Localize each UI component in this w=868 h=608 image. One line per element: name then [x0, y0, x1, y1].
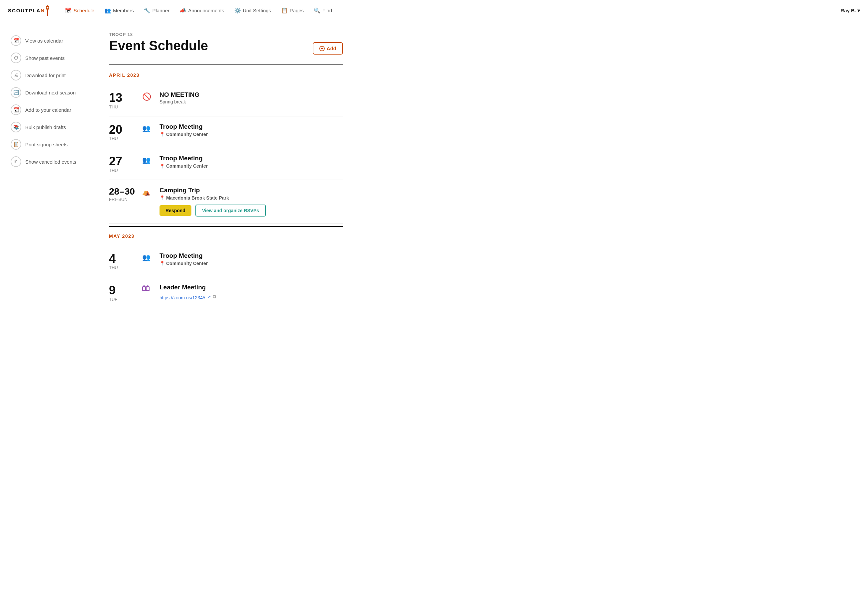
bulk-publish-icon: 📚 [11, 122, 21, 132]
sidebar-label-add-calendar: Add to your calendar [25, 107, 71, 113]
external-link-icon: ↗ [208, 294, 211, 299]
event-info-col[interactable]: Camping Trip 📍 Macedonia Brook State Par… [160, 187, 343, 216]
event-icon-col [142, 284, 153, 294]
event-date-may-9: 9 TUE [109, 284, 136, 302]
event-title: Troop Meeting [160, 123, 343, 131]
nav-planner[interactable]: 🔧 Planner [140, 5, 174, 16]
nav-pages[interactable]: 📋 Pages [277, 5, 308, 16]
schedule-icon: 📅 [65, 7, 71, 14]
event-actions: Respond View and organize RSVPs [160, 205, 343, 216]
event-icon-col: 🚫 [142, 91, 153, 101]
sidebar-item-download-next[interactable]: 🔄 Download next season [11, 84, 93, 101]
section-divider [109, 226, 343, 227]
page-title: Event Schedule [109, 38, 208, 53]
event-title: Troop Meeting [160, 155, 343, 162]
view-calendar-icon: 📅 [11, 35, 21, 46]
svg-rect-9 [147, 286, 148, 287]
planner-icon: 🔧 [144, 7, 150, 14]
event-day-num: 9 [109, 284, 136, 297]
event-day-name: THU [109, 265, 136, 270]
copy-link-icon[interactable]: ⧉ [213, 294, 216, 300]
sidebar-label-view-calendar: View as calendar [25, 38, 63, 44]
nav-user-name: Ray B. [840, 8, 856, 13]
members-icon: 👥 [104, 7, 111, 14]
event-day-num: 28–30 [109, 187, 136, 197]
sidebar-item-download-print[interactable]: 🖨 Download for print [11, 67, 93, 84]
location-pin-icon: 📍 [160, 261, 165, 266]
event-apr-13: 13 THU 🚫 NO MEETING Spring break [109, 84, 343, 117]
event-day-num: 4 [109, 252, 136, 266]
sidebar-item-view-calendar[interactable]: 📅 View as calendar [11, 32, 93, 49]
event-may-4: 4 THU 👥 Troop Meeting 📍 Community Center [109, 246, 343, 277]
sidebar-label-show-cancelled: Show cancelled events [25, 159, 76, 165]
event-title: Camping Trip [160, 187, 343, 194]
add-plus-icon [319, 46, 325, 51]
find-icon: 🔍 [314, 7, 320, 14]
event-location-text: Community Center [166, 261, 208, 266]
sidebar-item-show-past[interactable]: ⏱ Show past events [11, 49, 93, 67]
sidebar-item-show-cancelled[interactable]: 🗓 Show cancelled events [11, 153, 93, 170]
section-may-2023: MAY 2023 4 THU 👥 Troop Meeting 📍 Communi… [109, 226, 343, 309]
show-past-icon: ⏱ [11, 53, 21, 63]
add-button-label: Add [327, 45, 336, 51]
nav-find-label: Find [322, 8, 332, 13]
event-location-text: Macedonia Brook State Park [166, 195, 229, 201]
respond-button[interactable]: Respond [160, 205, 191, 216]
event-title: NO MEETING [160, 91, 343, 98]
user-chevron-icon: ▾ [857, 8, 860, 14]
download-print-icon: 🖨 [11, 70, 21, 81]
nav-schedule[interactable]: 📅 Schedule [61, 5, 98, 16]
nav-members-label: Members [113, 8, 134, 13]
logo-highlight: N [41, 8, 45, 13]
event-may-9: 9 TUE Leader Meeting [109, 277, 343, 309]
event-info-col[interactable]: Leader Meeting https://zoom.us/12345 ↗ ⧉ [160, 284, 343, 300]
event-icon-col: ⛺ [142, 187, 153, 196]
event-day-name: TUE [109, 297, 136, 302]
nav-unit-settings[interactable]: ⚙️ Unit Settings [230, 5, 275, 16]
zoom-link[interactable]: https://zoom.us/12345 [160, 295, 205, 300]
event-subtitle: Spring break [160, 99, 343, 104]
sidebar: 📅 View as calendar ⏱ Show past events 🖨 … [0, 21, 93, 608]
nav-members[interactable]: 👥 Members [100, 5, 138, 16]
svg-rect-6 [143, 287, 146, 291]
cancelled-icon: 🚫 [142, 92, 151, 101]
nav-pages-label: Pages [290, 8, 304, 13]
sidebar-label-bulk-publish: Bulk publish drafts [25, 124, 66, 130]
section-april-2023: APRIL 2023 13 THU 🚫 NO MEETING Spring br… [109, 73, 343, 224]
nav-find[interactable]: 🔍 Find [310, 5, 336, 16]
download-next-icon: 🔄 [11, 87, 21, 98]
event-location: 📍 Community Center [160, 163, 343, 169]
nav-announcements[interactable]: 📣 Announcements [175, 5, 228, 16]
sidebar-item-bulk-publish[interactable]: 📚 Bulk publish drafts [11, 118, 93, 136]
event-info-col[interactable]: Troop Meeting 📍 Community Center [160, 252, 343, 266]
event-day-num: 13 [109, 91, 136, 104]
leader-meeting-icon [142, 285, 150, 292]
event-title: Troop Meeting [160, 252, 343, 260]
event-info-col[interactable]: NO MEETING Spring break [160, 91, 343, 104]
view-rsvps-button[interactable]: View and organize RSVPs [195, 205, 266, 216]
event-info-col[interactable]: Troop Meeting 📍 Community Center [160, 155, 343, 169]
event-location: 📍 Macedonia Brook State Park [160, 195, 343, 201]
event-date-apr-28-30: 28–30 FRI–SUN [109, 187, 136, 202]
nav-user[interactable]: Ray B. ▾ [840, 8, 860, 14]
top-nav: SCOUTPLAN 📅 Schedule 👥 Members 🔧 Planner… [0, 0, 868, 21]
sidebar-label-download-next: Download next season [25, 90, 76, 95]
event-icon-col: 👥 [142, 252, 153, 261]
sidebar-item-print-signup[interactable]: 📋 Print signup sheets [11, 136, 93, 153]
show-cancelled-icon: 🗓 [11, 156, 21, 167]
leader-icon [142, 285, 150, 294]
sidebar-item-add-calendar[interactable]: 📆 Add to your calendar [11, 101, 93, 118]
logo-pin-icon [45, 5, 50, 16]
add-calendar-icon: 📆 [11, 104, 21, 115]
add-event-button[interactable]: Add [313, 42, 343, 54]
event-info-col[interactable]: Troop Meeting 📍 Community Center [160, 123, 343, 137]
event-location: 📍 Community Center [160, 261, 343, 266]
page-layout: 📅 View as calendar ⏱ Show past events 🖨 … [0, 21, 868, 608]
month-header-april: APRIL 2023 [109, 73, 343, 78]
event-day-name: THU [109, 136, 136, 141]
event-day-name: FRI–SUN [109, 197, 136, 202]
event-apr-27: 27 THU 👥 Troop Meeting 📍 Community Cente… [109, 148, 343, 180]
event-location-text: Community Center [166, 163, 208, 169]
nav-planner-label: Planner [152, 8, 169, 13]
main-content: TROOP 18 Event Schedule Add APRIL 2023 1… [93, 21, 359, 608]
